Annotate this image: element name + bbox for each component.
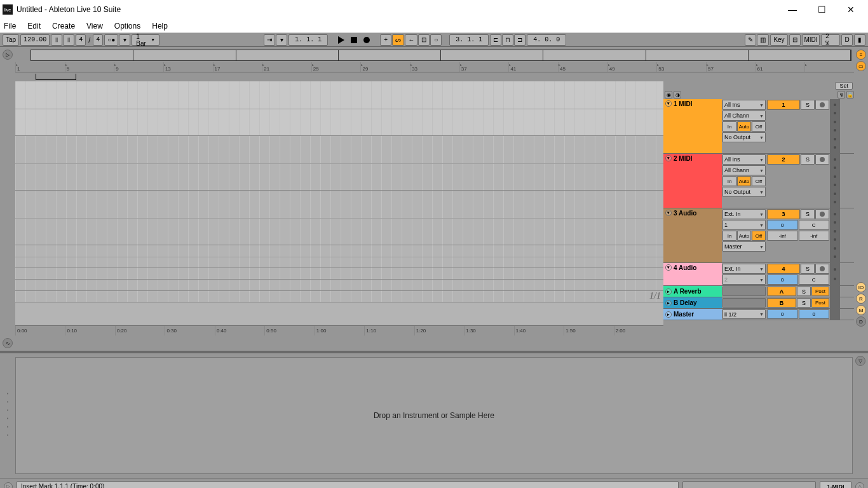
track-lane-4-audio[interactable]: [15, 245, 663, 268]
arm-button[interactable]: [815, 154, 829, 165]
track-activator[interactable]: 4: [767, 264, 800, 274]
arrangement-position[interactable]: 1. 1. 1: [288, 34, 328, 46]
solo-button[interactable]: S: [801, 209, 815, 219]
lock-envelopes-button[interactable]: 🔒: [846, 91, 854, 98]
quantize-menu[interactable]: 1 Bar▼: [132, 34, 159, 46]
loop-start[interactable]: 3. 1. 1: [449, 34, 489, 46]
solo-button[interactable]: S: [801, 264, 815, 274]
fold-icon[interactable]: ▸: [665, 288, 672, 295]
computer-midi-keyboard-button[interactable]: ▥: [757, 34, 769, 46]
output-type[interactable]: No Output: [722, 187, 766, 197]
pan[interactable]: C: [799, 274, 830, 285]
input-type[interactable]: Ext. In: [722, 209, 766, 219]
track-activator[interactable]: B: [767, 298, 796, 308]
input-channel[interactable]: 2: [722, 274, 766, 285]
arm-button[interactable]: [815, 209, 829, 219]
key-map-button[interactable]: Key: [770, 34, 788, 46]
track-activator[interactable]: 3: [767, 209, 800, 219]
track-lane-b-delay[interactable]: [15, 280, 663, 291]
monitor-in[interactable]: In: [722, 121, 736, 132]
follow-button[interactable]: ⇥: [264, 34, 275, 46]
arm-button[interactable]: [815, 264, 829, 274]
track-header-2-midi[interactable]: ▾2 MIDI All Ins All Chann InAutoOff No O…: [663, 154, 854, 208]
loop-length[interactable]: 4. 0. 0: [527, 34, 566, 46]
follow-menu[interactable]: ▾: [276, 34, 287, 46]
track-lane-a-reverb[interactable]: [15, 268, 663, 280]
tempo-value[interactable]: 120.00: [20, 34, 50, 46]
track-header-4-audio[interactable]: ▾4 Audio Ext. In 2 4S 0C: [663, 263, 854, 286]
track-name[interactable]: 4 Audio: [674, 264, 696, 271]
menu-create[interactable]: Create: [52, 22, 75, 30]
track-name[interactable]: 2 MIDI: [674, 155, 692, 162]
solo-button[interactable]: S: [797, 298, 811, 308]
mixer-toggle[interactable]: M: [856, 305, 866, 315]
solo-button[interactable]: S: [801, 154, 815, 165]
track-activator[interactable]: A: [767, 287, 796, 296]
time-sig-numerator[interactable]: 4: [76, 34, 86, 46]
track-activator[interactable]: 1: [767, 100, 800, 110]
io-section-toggle[interactable]: IO: [856, 282, 866, 292]
punch-in-button[interactable]: ⊏: [490, 34, 501, 46]
fold-icon[interactable]: ▸: [665, 300, 672, 306]
pan[interactable]: C: [799, 220, 830, 230]
solo-button[interactable]: S: [797, 287, 811, 296]
track-lane-master[interactable]: [15, 291, 663, 302]
automation-arm-button[interactable]: ᔕ: [392, 34, 404, 46]
monitor-off[interactable]: Off: [752, 121, 766, 132]
metronome-menu[interactable]: ▾: [119, 34, 130, 46]
punch-out-button[interactable]: ⊐: [514, 34, 526, 46]
menu-edit[interactable]: Edit: [27, 22, 41, 30]
fold-icon[interactable]: ▾: [665, 264, 672, 271]
nudge-down-button[interactable]: ⦀: [51, 34, 62, 46]
input-channel[interactable]: All Chann: [722, 111, 766, 121]
monitor-auto[interactable]: Auto: [737, 231, 751, 241]
maximize-button[interactable]: ☐: [807, 0, 836, 19]
delay-toggle[interactable]: D: [856, 316, 866, 327]
monitor-auto[interactable]: Auto: [737, 176, 751, 186]
track-header-3-audio[interactable]: ▾3 Audio Ext. In 1 InAutoOff Master 3S 0…: [663, 208, 854, 263]
next-locator-button[interactable]: ◑: [674, 91, 681, 98]
metronome-button[interactable]: ○●: [104, 34, 118, 46]
send-a[interactable]: 0: [767, 220, 798, 230]
play-button[interactable]: [336, 34, 347, 46]
send-a[interactable]: 0: [767, 274, 798, 285]
monitor-in[interactable]: In: [722, 231, 736, 241]
master-val-a[interactable]: 0: [767, 309, 798, 319]
track-lane-2-midi[interactable]: [15, 136, 663, 191]
track-name[interactable]: Master: [674, 311, 694, 318]
menu-file[interactable]: File: [4, 22, 16, 30]
menu-help[interactable]: Help: [152, 22, 168, 30]
post-button[interactable]: Post: [811, 287, 829, 296]
device-handle[interactable]: • • • • • •: [5, 393, 11, 438]
send-inf-a[interactable]: -inf: [767, 231, 798, 241]
master-val-b[interactable]: 0: [799, 309, 830, 319]
input-type[interactable]: All Ins: [722, 100, 766, 110]
track-header-master[interactable]: ▸Master ii 1/2 00: [663, 309, 854, 320]
status-play-icon[interactable]: ▷: [4, 482, 13, 489]
input-type[interactable]: All Ins: [722, 154, 766, 165]
overload-indicator[interactable]: D: [841, 34, 853, 46]
session-view-button[interactable]: ≡: [856, 50, 866, 60]
time-sig-denominator[interactable]: 4: [93, 34, 103, 46]
master-output[interactable]: ii 1/2: [722, 309, 766, 319]
arrangement-view-button[interactable]: ▭: [856, 61, 866, 71]
draw-mode-button[interactable]: ✎: [745, 34, 756, 46]
returns-toggle[interactable]: R: [856, 294, 866, 304]
beat-ruler[interactable]: 15913172125293337414549535761: [15, 62, 854, 72]
midi-map-button[interactable]: MIDI: [802, 34, 820, 46]
expand-browser-button[interactable]: ▷: [3, 50, 13, 60]
minimize-button[interactable]: —: [778, 0, 807, 19]
device-view[interactable]: • • • • • • Drop an Instrument or Sample…: [0, 351, 868, 478]
loop-switch[interactable]: ⊓: [502, 34, 513, 46]
monitor-auto[interactable]: Auto: [737, 121, 751, 132]
automation-mode[interactable]: ↯: [837, 91, 845, 98]
input-type[interactable]: Ext. In: [722, 264, 766, 274]
status-end-icon[interactable]: △: [855, 482, 864, 489]
session-record-button[interactable]: ○: [430, 34, 442, 46]
tap-tempo-button[interactable]: Tap: [3, 34, 19, 46]
stop-button[interactable]: [348, 34, 360, 46]
track-name[interactable]: 1 MIDI: [674, 100, 692, 107]
set-marker-button[interactable]: Set: [835, 82, 853, 90]
track-name[interactable]: B Delay: [674, 299, 697, 306]
track-lane-3-audio[interactable]: [15, 191, 663, 245]
